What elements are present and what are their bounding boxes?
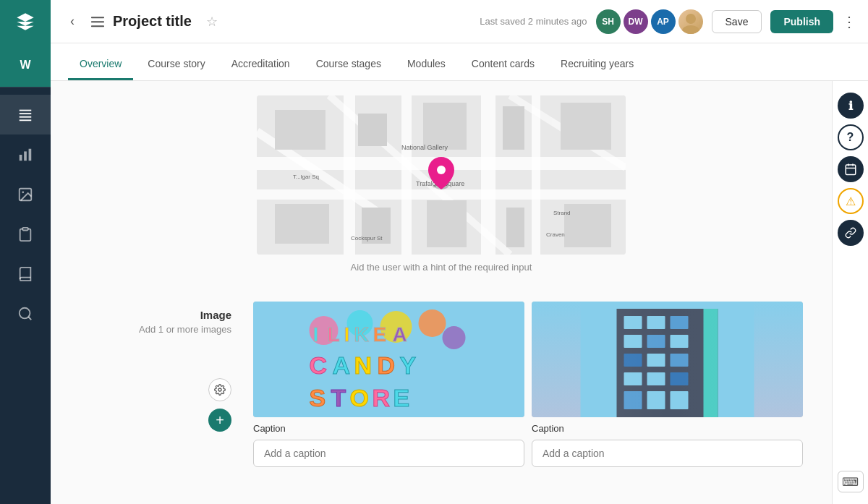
caption-label-1: Caption	[253, 423, 524, 434]
svg-text:Craven: Craven	[546, 231, 565, 238]
image-section-subtitle: Add 1 or more images	[109, 324, 231, 335]
tab-recruiting-years[interactable]: Recruiting years	[549, 49, 645, 80]
help-button[interactable]: ?	[838, 124, 864, 150]
sidebar-nav	[0, 87, 51, 504]
right-sidebar: ℹ ? ⚠ ⌨	[832, 81, 868, 504]
svg-text:A: A	[393, 323, 407, 346]
svg-rect-23	[532, 95, 540, 255]
image-section-title: Image	[109, 309, 231, 321]
svg-rect-29	[423, 103, 467, 150]
avatar-ap[interactable]: AP	[651, 9, 676, 34]
svg-rect-12	[91, 17, 104, 18]
tab-content-cards[interactable]: Content cards	[460, 49, 546, 80]
link-button[interactable]	[838, 220, 864, 246]
svg-rect-21	[401, 95, 412, 255]
calendar-button[interactable]	[838, 156, 864, 182]
content-area: National Gallery Trafalgar Square T...lg…	[51, 81, 868, 504]
workspace-badge[interactable]: W	[0, 43, 51, 87]
building-image	[532, 302, 803, 417]
image-thumbnail-1[interactable]: I L I K E A C A N	[253, 302, 524, 417]
tab-course-stages[interactable]: Course stages	[305, 49, 393, 80]
header: ‹ Project title ☆ Last saved 2 minutes a…	[51, 0, 868, 43]
svg-point-45	[218, 388, 221, 391]
svg-text:E: E	[373, 323, 387, 346]
caption-input-1[interactable]	[253, 440, 524, 467]
svg-text:K: K	[354, 323, 369, 346]
svg-line-11	[28, 317, 31, 320]
svg-rect-1	[20, 113, 32, 114]
content-inner: National Gallery Trafalgar Square T...lg…	[51, 81, 832, 504]
sidebar-item-image[interactable]	[0, 174, 51, 214]
sidebar-item-chart[interactable]	[0, 134, 51, 174]
keyboard-button[interactable]: ⌨	[838, 471, 864, 492]
caption-input-2[interactable]	[532, 440, 803, 467]
main-panel: ‹ Project title ☆ Last saved 2 minutes a…	[51, 0, 868, 504]
map-container[interactable]: National Gallery Trafalgar Square T...lg…	[257, 95, 626, 255]
publish-button[interactable]: Publish	[770, 10, 833, 33]
tab-course-story[interactable]: Course story	[136, 49, 216, 80]
svg-text:S: S	[310, 384, 326, 411]
svg-text:E: E	[393, 384, 410, 411]
svg-text:Y: Y	[400, 351, 417, 379]
svg-text:R: R	[373, 384, 391, 411]
sidebar-item-book[interactable]	[0, 254, 51, 294]
autosave-status: Last saved 2 minutes ago	[480, 16, 587, 27]
svg-rect-2	[20, 116, 32, 117]
svg-point-15	[686, 14, 696, 24]
back-button[interactable]: ‹	[62, 12, 82, 32]
image-thumbnail-2[interactable]	[532, 302, 803, 417]
svg-text:N: N	[354, 351, 373, 379]
svg-rect-32	[275, 204, 329, 244]
image-settings-button[interactable]	[208, 378, 231, 401]
svg-point-16	[682, 25, 699, 34]
app-logo[interactable]	[0, 0, 51, 43]
collaborator-avatars: SH DW AP	[596, 9, 703, 34]
svg-rect-14	[91, 25, 104, 27]
images-row: I L I K E A C A N	[253, 302, 803, 467]
svg-rect-36	[564, 204, 611, 247]
svg-text:Strand: Strand	[553, 210, 571, 216]
warning-button[interactable]: ⚠	[838, 188, 864, 214]
svg-rect-30	[503, 106, 524, 150]
svg-text:C: C	[310, 351, 328, 379]
image-label-column: Image Add 1 or more images +	[109, 302, 253, 467]
image-item-1: I L I K E A C A N	[253, 302, 524, 467]
avatar-sh[interactable]: SH	[596, 9, 621, 34]
image-section: Image Add 1 or more images +	[51, 287, 832, 482]
add-image-button[interactable]: +	[208, 409, 231, 432]
tab-overview[interactable]: Overview	[68, 49, 133, 80]
svg-rect-3	[20, 119, 32, 121]
svg-rect-31	[561, 103, 611, 150]
menu-button[interactable]	[91, 15, 104, 28]
svg-rect-27	[275, 110, 326, 150]
left-sidebar: W	[0, 0, 51, 504]
svg-rect-4	[20, 155, 22, 161]
more-options-button[interactable]: ⋮	[842, 13, 856, 30]
tab-bar: Overview Course story Accreditation Cour…	[51, 43, 868, 81]
svg-rect-9	[22, 227, 27, 230]
map-section: National Gallery Trafalgar Square T...lg…	[51, 81, 832, 287]
svg-rect-87	[846, 165, 856, 175]
save-button[interactable]: Save	[712, 10, 762, 33]
caption-label-2: Caption	[532, 423, 803, 434]
image-controls: +	[109, 378, 231, 432]
sidebar-item-list[interactable]	[0, 95, 51, 134]
favorite-icon[interactable]: ☆	[206, 14, 218, 30]
images-column: I L I K E A C A N	[253, 302, 803, 467]
info-button[interactable]: ℹ	[838, 93, 864, 119]
sidebar-item-search[interactable]	[0, 294, 51, 333]
avatar-photo[interactable]	[678, 9, 703, 34]
svg-rect-28	[358, 114, 387, 146]
sidebar-item-clipboard[interactable]	[0, 214, 51, 254]
avatar-dw[interactable]: DW	[624, 9, 648, 34]
tab-modules[interactable]: Modules	[396, 49, 457, 80]
svg-text:Cockspur St: Cockspur St	[351, 235, 383, 242]
project-title: Project title	[113, 13, 192, 30]
svg-text:O: O	[350, 384, 369, 411]
svg-point-50	[419, 309, 446, 337]
svg-rect-6	[29, 148, 32, 161]
svg-point-44	[437, 166, 446, 174]
svg-point-51	[443, 326, 466, 349]
svg-rect-86	[617, 309, 718, 417]
tab-accreditation[interactable]: Accreditation	[220, 49, 302, 80]
